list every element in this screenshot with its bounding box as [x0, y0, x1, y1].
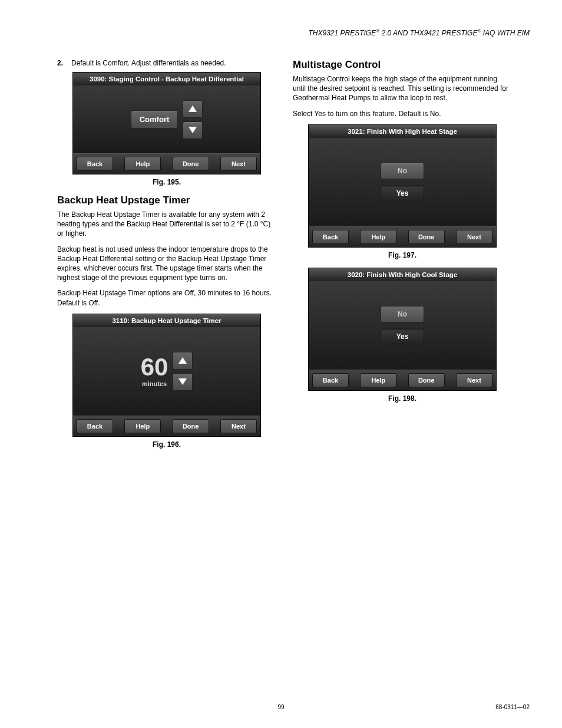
down-arrow-icon [189, 127, 197, 133]
header-part3: IAQ WITH EIM [481, 29, 530, 37]
fig-197-screenshot: 3021: Finish With High Heat Stage No Yes… [308, 124, 497, 248]
done-button[interactable]: Done [408, 230, 445, 244]
fig-196-body: 60 minutes [73, 327, 260, 416]
next-button[interactable]: Next [456, 230, 492, 244]
option-yes[interactable]: Yes [381, 328, 424, 345]
page-number: 99 [0, 704, 562, 710]
down-arrow-button[interactable] [173, 373, 193, 391]
timer-unit: minutes [141, 381, 168, 387]
fig-197-body: No Yes [309, 138, 496, 226]
timer-value-display: 60 minutes [141, 355, 168, 387]
header-part2: 2.0 AND THX9421 PRESTIGE [379, 29, 477, 37]
comfort-value[interactable]: Comfort [131, 110, 178, 129]
page-header: THX9321 PRESTIGE® 2.0 AND THX9421 PRESTI… [309, 28, 530, 37]
step-number: 2. [57, 59, 71, 67]
option-yes[interactable]: Yes [381, 185, 424, 202]
right-column: Multistage Control Multistage Control ke… [293, 59, 512, 457]
fig-196-caption: Fig. 196. [57, 440, 276, 449]
fig-198-footer: Back Help Done Next [309, 370, 496, 390]
down-arrow-button[interactable] [183, 121, 203, 139]
fig-196-screenshot: 3110: Backup Heat Upstage Timer 60 minut… [72, 314, 261, 437]
up-arrow-button[interactable] [173, 352, 193, 370]
fig-196-title: 3110: Backup Heat Upstage Timer [73, 314, 260, 327]
step-2: 2. Default is Comfort. Adjust differenti… [57, 59, 276, 67]
fig-197-caption: Fig. 197. [293, 251, 512, 259]
step-text: Default is Comfort. Adjust differentials… [71, 59, 276, 67]
fig-198-caption: Fig. 198. [293, 394, 512, 403]
fig-195-footer: Back Help Done Next [73, 153, 260, 174]
fig-196-footer: Back Help Done Next [73, 416, 260, 436]
fig-198-title: 3020: Finish With High Cool Stage [309, 268, 496, 281]
fig-198-screenshot: 3020: Finish With High Cool Stage No Yes… [308, 268, 497, 391]
fig-198-body: No Yes [309, 281, 496, 370]
doc-number: 68-0311—02 [495, 704, 530, 710]
done-button[interactable]: Done [173, 157, 209, 171]
option-no[interactable]: No [381, 306, 424, 322]
multistage-heading: Multistage Control [293, 59, 512, 71]
done-button[interactable]: Done [408, 373, 445, 387]
up-arrow-icon [189, 106, 197, 112]
back-button[interactable]: Back [312, 230, 349, 244]
fig-195-caption: Fig. 195. [57, 178, 276, 186]
fig-195-body: Comfort [73, 85, 260, 153]
option-column: No Yes [381, 306, 424, 345]
multistage-para2: Select Yes to turn on this feature. Defa… [293, 109, 512, 118]
option-column: No Yes [381, 163, 424, 202]
next-button[interactable]: Next [220, 419, 257, 433]
left-column: 2. Default is Comfort. Adjust differenti… [57, 59, 276, 457]
arrow-column [183, 100, 203, 139]
next-button[interactable]: Next [220, 157, 257, 171]
back-button[interactable]: Back [77, 419, 113, 433]
up-arrow-button[interactable] [183, 100, 203, 118]
backup-heat-para3: Backup Heat Upstage Timer options are Of… [57, 288, 276, 307]
back-button[interactable]: Back [312, 373, 349, 387]
fig-197-footer: Back Help Done Next [309, 226, 496, 247]
help-button[interactable]: Help [124, 419, 161, 433]
done-button[interactable]: Done [173, 419, 209, 433]
fig-195-screenshot: 3090: Staging Control - Backup Heat Diff… [72, 72, 261, 174]
timer-value: 60 [141, 355, 168, 380]
up-arrow-icon [178, 357, 187, 364]
backup-heat-heading: Backup Heat Upstage Timer [57, 195, 276, 206]
arrow-column [173, 352, 193, 391]
backup-heat-para1: The Backup Heat Upstage Timer is availab… [57, 210, 276, 239]
help-button[interactable]: Help [360, 373, 396, 387]
down-arrow-icon [178, 378, 187, 385]
backup-heat-para2: Backup heat is not used unless the indoo… [57, 245, 276, 283]
help-button[interactable]: Help [360, 230, 396, 244]
option-no[interactable]: No [381, 163, 424, 179]
header-part1: THX9321 PRESTIGE [309, 29, 376, 37]
fig-195-title: 3090: Staging Control - Backup Heat Diff… [73, 73, 260, 85]
next-button[interactable]: Next [456, 373, 492, 387]
back-button[interactable]: Back [77, 157, 113, 171]
multistage-para1: Multistage Control keeps the high stage … [293, 74, 512, 103]
fig-197-title: 3021: Finish With High Heat Stage [309, 125, 496, 138]
help-button[interactable]: Help [124, 157, 161, 171]
